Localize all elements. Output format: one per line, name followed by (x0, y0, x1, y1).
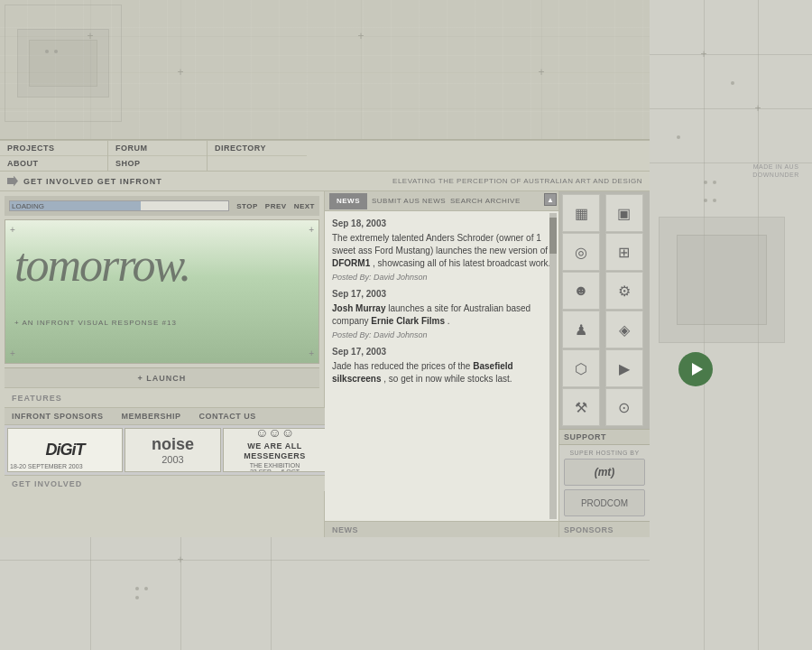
news-link-1[interactable]: DFORM1 (332, 258, 370, 268)
tomorrow-title: tomorrow. (14, 238, 189, 292)
nav-directory[interactable]: DIRECTORY (208, 141, 307, 156)
news-footer-label: NEWS (332, 525, 358, 534)
icon-tools[interactable]: ⚒ (562, 388, 600, 426)
loading-label: LOADING (12, 201, 44, 212)
made-in-australia-badge: MADE IN AUS DOWNUNDER (749, 162, 803, 179)
scroll-up-btn[interactable]: ▲ (544, 193, 557, 206)
get-involved-bottom-label: GET INVOLVED (12, 479, 82, 488)
wam-event: THE EXHIBITION (244, 462, 306, 469)
infront-sponsors-label: INFRONT SPONSORS (12, 412, 104, 421)
nav-projects[interactable]: PROJECTS (0, 141, 107, 156)
search-archive-link[interactable]: SEARCH ARCHIVE (450, 197, 521, 205)
tomorrow-tr-corner: + (309, 225, 314, 235)
news-panel: NEWS SUBMIT AUS NEWS SEARCH ARCHIVE ▲ Se… (325, 191, 559, 537)
tomorrow-br-corner: + (309, 348, 314, 358)
tomorrow-image: + + tomorrow. + AN INFRONT VISUAL RESPON… (5, 219, 319, 364)
digit-date: 18-20 SEPTEMBER 2003 (10, 463, 83, 469)
icon-chart[interactable]: ▣ (605, 194, 643, 232)
support-label: SUPPORT (564, 432, 606, 441)
news-link-2[interactable]: Ernie Clark Films (371, 316, 445, 326)
nav-about[interactable]: ABOUT (0, 156, 107, 171)
wam-sponsor[interactable]: ☺☺☺ WE ARE ALLMESSENGERS THE EXHIBITION … (223, 428, 327, 472)
tomorrow-bl-corner: + (10, 348, 15, 358)
membership-label[interactable]: MEMBERSHIP (122, 412, 181, 421)
sponsors-footer-label: SPONSORS (564, 525, 614, 534)
news-footer: NEWS (325, 521, 558, 537)
icon-play[interactable]: ▶ (605, 349, 643, 387)
prodcom-logo[interactable]: PRODCOM (564, 489, 645, 516)
news-tab[interactable]: NEWS (329, 193, 367, 209)
nav-forum[interactable]: FORUM (108, 141, 207, 156)
nav-col-2: FORUM SHOP (108, 141, 208, 171)
news-body-1: The extremely talented Anders Schroder (… (332, 232, 551, 270)
news-article-2: Sep 17, 2003 Josh Murray launches a site… (332, 289, 551, 339)
news-link-before-2[interactable]: Josh Murray (332, 303, 385, 313)
submit-news-link[interactable]: SUBMIT AUS NEWS (372, 197, 446, 205)
icon-target[interactable]: ◎ (562, 233, 600, 271)
get-involved-subtitle: ELEVATING THE PERCEPTION OF AUSTRALIAN A… (392, 177, 642, 185)
icon-face[interactable]: ☻ (562, 272, 600, 310)
nav-empty (208, 156, 307, 171)
news-posted-2: Posted By: David Johnson (332, 330, 551, 339)
news-date-2: Sep 17, 2003 (332, 289, 551, 299)
news-posted-1: Posted By: David Johnson (332, 273, 551, 282)
visual-response-panel: LOADING STOP PREV NEXT + + tomorrow. + A… (0, 191, 325, 537)
news-body-3: Jade has reduced the prices of the Basef… (332, 360, 551, 385)
icon-circle[interactable]: ⊙ (605, 388, 643, 426)
prev-button[interactable]: PREV (265, 202, 287, 210)
nav-shop[interactable]: SHOP (108, 156, 207, 171)
news-date-1: Sep 18, 2003 (332, 218, 551, 228)
visual-controls: LOADING STOP PREV NEXT (5, 196, 319, 216)
nav-col-3: DIRECTORY (208, 141, 307, 171)
icons-panel: ▦ ▣ ◎ ⊞ ☻ ⚙ ♟ ◈ ⬡ ▶ ⚒ ⊙ SUPPORT (559, 191, 650, 537)
scroll-bar[interactable] (549, 213, 557, 519)
icon-diamond[interactable]: ◈ (605, 311, 643, 348)
news-date-3: Sep 17, 2003 (332, 347, 551, 357)
mmt-logo[interactable]: (mt) (564, 459, 645, 486)
wam-text: WE ARE ALLMESSENGERS (244, 441, 306, 461)
icon-hex[interactable]: ⬡ (562, 349, 600, 387)
wam-dates: 23 SEP — 6 OCT (244, 469, 306, 472)
features-bar: FEATURES (5, 387, 319, 407)
play-arrow-icon (692, 363, 703, 376)
sponsor-logos: DiGiT 18-20 SEPTEMBER 2003 noise 2003 (5, 425, 329, 475)
news-body-2: Josh Murray launches a site for Australi… (332, 302, 551, 328)
launch-label: + LAUNCH (138, 374, 187, 383)
stop-button[interactable]: STOP (236, 202, 258, 210)
hosting-section: SUPER HOSTING BY (mt) PRODCOM (559, 445, 650, 521)
contact-us-label[interactable]: CONTACT US (199, 412, 256, 421)
launch-bar[interactable]: + LAUNCH (5, 367, 319, 387)
sponsors-header: INFRONT SPONSORS MEMBERSHIP CONTACT US (5, 408, 329, 425)
next-button[interactable]: NEXT (294, 202, 315, 210)
icon-settings[interactable]: ⚙ (605, 272, 643, 310)
arrow-icon (7, 176, 18, 187)
support-bar: SUPPORT (559, 429, 650, 445)
features-label: FEATURES (12, 394, 62, 403)
digit-sponsor[interactable]: DiGiT 18-20 SEPTEMBER 2003 (7, 428, 123, 472)
nav-bar: PROJECTS ABOUT FORUM SHOP DIRECTORY (0, 140, 650, 172)
wam-icons: ☺☺☺ (244, 428, 306, 440)
icon-person[interactable]: ♟ (562, 311, 600, 348)
get-involved-text: GET INVOLVED GET INFRONT (23, 177, 162, 186)
news-article-1: Sep 18, 2003 The extremely talented Ande… (332, 218, 551, 282)
nav-col-1: PROJECTS ABOUT (0, 141, 108, 171)
sponsors-section: INFRONT SPONSORS MEMBERSHIP CONTACT US D… (5, 407, 329, 491)
icon-grid[interactable]: ⊞ (605, 233, 643, 271)
icons-grid: ▦ ▣ ◎ ⊞ ☻ ⚙ ♟ ◈ ⬡ ▶ ⚒ ⊙ (559, 191, 650, 429)
sponsors-footer-bar: SPONSORS (559, 521, 650, 537)
hosting-label: SUPER HOSTING BY (564, 450, 645, 456)
noise-year: 2003 (152, 454, 194, 465)
play-button[interactable] (678, 352, 713, 386)
news-article-3: Sep 17, 2003 Jade has reduced the prices… (332, 347, 551, 385)
scroll-thumb (549, 218, 557, 254)
get-involved-bar: GET INVOLVED GET INFRONT ELEVATING THE P… (0, 172, 650, 191)
tomorrow-tl-corner: + (10, 225, 15, 235)
digit-logo-text: DiGiT (46, 441, 85, 460)
noise-logo-text: noise (152, 435, 194, 454)
noise-sponsor[interactable]: noise 2003 (125, 428, 221, 472)
tomorrow-subtitle: + AN INFRONT VISUAL RESPONSE #13 (14, 319, 177, 327)
news-content: Sep 18, 2003 The extremely talented Ande… (325, 211, 558, 521)
header-area (0, 0, 650, 140)
news-header: NEWS SUBMIT AUS NEWS SEARCH ARCHIVE ▲ (325, 191, 558, 211)
icon-apps[interactable]: ▦ (562, 194, 600, 232)
